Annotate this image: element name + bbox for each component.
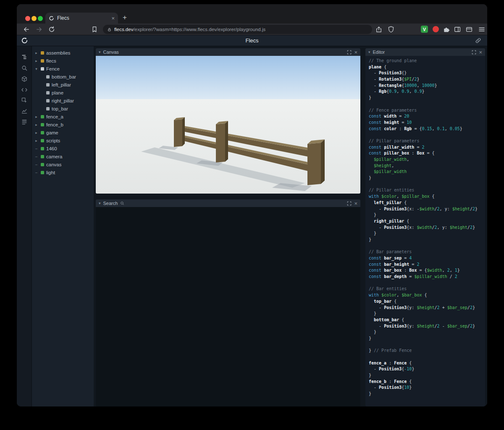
bookmark-sidebar-icon[interactable] xyxy=(91,26,98,33)
tree-item-fence_b[interactable]: ▸fence_b xyxy=(32,121,94,128)
collapse-panel-icon[interactable]: ▾ xyxy=(99,50,101,54)
url-bar[interactable]: flecs.dev/explorer/?wasm=https://www.fle… xyxy=(103,25,372,34)
code-line: } xyxy=(369,391,482,397)
browser-tab[interactable]: Flecs × xyxy=(45,13,118,24)
browser-window: Flecs × + flecs.dev/explorer/?wasm=https… xyxy=(17,4,487,406)
forward-icon[interactable] xyxy=(35,26,43,33)
chevron-right-icon[interactable]: ▸ xyxy=(34,51,39,55)
side-panel-icon[interactable] xyxy=(454,26,461,33)
chevron-right-icon[interactable]: ▸ xyxy=(34,131,39,135)
search-panel: ▾ Search × xyxy=(96,199,360,406)
editor-panel-header: ▾ Editor × xyxy=(365,48,485,56)
middle-pillar-front xyxy=(216,123,225,163)
prefab-square-icon xyxy=(41,67,44,71)
window-zoom-button[interactable] xyxy=(38,16,43,21)
code-line: - Position3{y: $height/2 - $bar_sep/2} xyxy=(369,323,482,330)
tree-item-label: plane xyxy=(52,90,63,95)
puzzle-extensions-icon[interactable] xyxy=(443,26,450,33)
chart-tool-icon[interactable] xyxy=(21,108,28,114)
code-line: const width = 20 xyxy=(369,113,482,120)
code-line xyxy=(369,132,482,138)
inspect-tool-icon[interactable] xyxy=(21,97,28,104)
chevron-right-icon[interactable]: ▸ xyxy=(34,123,39,127)
tree-item-label: assemblies xyxy=(46,50,71,55)
chevron-right-icon[interactable]: ▸ xyxy=(34,59,39,63)
search-tool-icon[interactable] xyxy=(21,65,28,71)
expand-panel-icon[interactable] xyxy=(472,50,476,55)
expand-panel-icon[interactable] xyxy=(347,50,352,55)
code-line xyxy=(369,354,482,360)
entity-square-icon xyxy=(41,115,44,118)
tree-item-flecs[interactable]: ▸flecs xyxy=(32,57,94,65)
right-pillar-side xyxy=(321,139,325,184)
sky xyxy=(96,56,360,100)
extension-v-icon[interactable]: V xyxy=(421,26,428,33)
leaf-dash-icon: – xyxy=(34,147,39,151)
code-line xyxy=(369,101,482,108)
code-line: left_pillar { xyxy=(369,200,482,206)
entity-tree-icon[interactable] xyxy=(21,54,28,60)
wallet-icon[interactable] xyxy=(465,26,473,33)
editor-code[interactable]: // The ground planeplane { - Position3{}… xyxy=(365,56,485,406)
tree-item-label: top_bar xyxy=(52,106,68,111)
chevron-right-icon[interactable]: ▸ xyxy=(34,115,39,119)
code-line: fence_b : Fence { xyxy=(369,379,482,385)
window-minimize-button[interactable] xyxy=(32,16,37,21)
entity-square-icon xyxy=(41,163,44,166)
tree-item-camera[interactable]: –camera xyxy=(32,152,94,160)
code-line: const pillar_box : Box = { xyxy=(369,150,482,157)
tree-item-Fence[interactable]: ▾Fence xyxy=(32,65,94,73)
url-text: flecs.dev/explorer/?wasm=https://www.fle… xyxy=(114,27,265,32)
tree-item-label: canvas xyxy=(46,162,61,167)
brave-shield-icon[interactable] xyxy=(387,26,395,33)
collapse-panel-icon[interactable]: ▾ xyxy=(368,50,370,54)
entity-square-icon xyxy=(41,171,44,174)
window-close-button[interactable] xyxy=(25,16,30,21)
close-panel-icon[interactable]: × xyxy=(479,50,482,55)
tree-item-light[interactable]: –light xyxy=(32,168,94,176)
link-icon[interactable] xyxy=(475,37,481,44)
close-panel-icon[interactable]: × xyxy=(354,201,357,206)
code-line: const color : Rgb = {0.15, 0.1, 0.05} xyxy=(369,126,482,132)
tree-item-bottom_bar[interactable]: bottom_bar xyxy=(32,73,94,81)
right-pillar-front xyxy=(307,143,321,185)
tree-item-1460[interactable]: –1460 xyxy=(32,144,94,152)
menu-icon[interactable] xyxy=(478,26,486,33)
code-tool-icon[interactable] xyxy=(21,87,28,93)
back-icon[interactable] xyxy=(23,26,30,33)
code-line: const bar_sep = 4 xyxy=(369,255,482,262)
tree-item-scripts[interactable]: ▸scripts xyxy=(32,136,94,144)
chevron-right-icon[interactable]: ▸ xyxy=(34,139,39,143)
code-line: } xyxy=(369,372,482,379)
extension-red-icon[interactable] xyxy=(433,26,439,32)
cube-3d-icon[interactable] xyxy=(21,76,28,82)
tree-item-assemblies[interactable]: ▸assemblies xyxy=(32,49,94,57)
tree-item-canvas[interactable]: –canvas xyxy=(32,160,94,168)
canvas-3d-view[interactable] xyxy=(96,56,360,194)
tree-item-top_bar[interactable]: top_bar xyxy=(32,105,94,113)
code-line: const bar_height = 2 xyxy=(369,262,482,268)
share-icon[interactable] xyxy=(375,26,383,33)
close-panel-icon[interactable]: × xyxy=(354,50,357,55)
new-tab-button[interactable]: + xyxy=(123,13,127,22)
tree-item-fence_a[interactable]: ▸fence_a xyxy=(32,113,94,121)
chevron-down-icon[interactable]: ▾ xyxy=(34,67,39,71)
tree-item-left_pillar[interactable]: left_pillar xyxy=(32,81,94,89)
code-line: const bar_depth = $pillar_width / 2 xyxy=(369,274,482,280)
collapse-panel-icon[interactable]: ▾ xyxy=(99,201,101,205)
stats-tool-icon[interactable] xyxy=(21,118,28,125)
tree-item-label: right_pillar xyxy=(52,98,74,103)
code-line: - Position3{-10} xyxy=(369,366,482,372)
search-panel-body[interactable] xyxy=(96,207,360,406)
tree-item-right_pillar[interactable]: right_pillar xyxy=(32,97,94,105)
canvas-panel: ▾ Canvas × xyxy=(96,48,360,194)
code-line: } // Prefab Fence xyxy=(369,348,482,354)
expand-panel-icon[interactable] xyxy=(347,201,352,206)
tree-item-plane[interactable]: plane xyxy=(32,89,94,97)
tree-item-label: Fence xyxy=(46,66,60,71)
tab-title: Flecs xyxy=(57,15,108,21)
canvas-panel-body xyxy=(96,56,360,194)
tab-close-icon[interactable]: × xyxy=(111,16,115,21)
tree-item-game[interactable]: ▸game xyxy=(32,128,94,136)
reload-icon[interactable] xyxy=(48,26,55,33)
